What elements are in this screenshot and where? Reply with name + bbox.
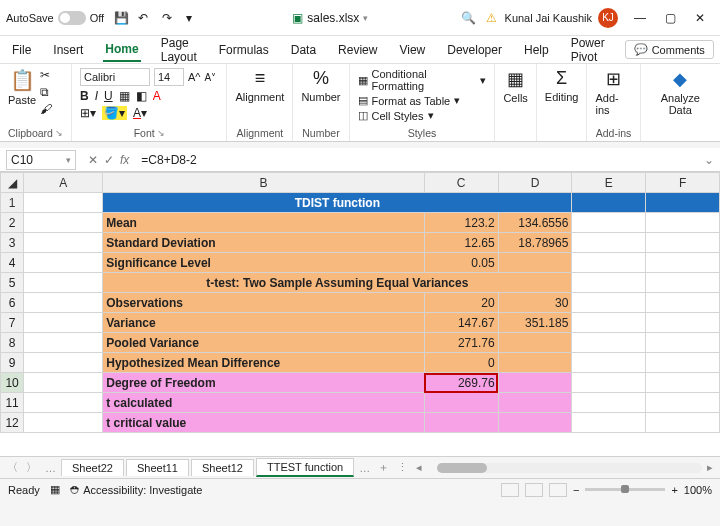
macro-record-icon[interactable]: ▦	[50, 483, 60, 496]
cell[interactable]: 0.05	[424, 253, 498, 273]
cell[interactable]: 18.78965	[498, 233, 572, 253]
scroll-right-icon[interactable]: ▸	[704, 461, 716, 474]
row-header[interactable]: 5	[1, 273, 24, 293]
analyze-data-button[interactable]: ◆ Analyze Data	[649, 68, 712, 116]
col-header-a[interactable]: A	[24, 173, 103, 193]
tab-developer[interactable]: Developer	[445, 39, 504, 61]
increase-font-icon[interactable]: A^	[188, 71, 201, 83]
zoom-slider[interactable]	[585, 488, 665, 491]
formula-input[interactable]: =C8+D8-2	[135, 153, 698, 167]
dialog-launcher-icon[interactable]: ↘	[55, 128, 63, 138]
cell[interactable]	[498, 413, 572, 433]
cell[interactable]: Variance	[103, 313, 425, 333]
cell[interactable]: TDIST function	[103, 193, 572, 213]
accessibility-status[interactable]: ⛑ Accessibility: Investigate	[70, 484, 203, 496]
row-header[interactable]: 4	[1, 253, 24, 273]
fill-dropdown-icon[interactable]: 🪣▾	[102, 106, 127, 120]
tab-view[interactable]: View	[397, 39, 427, 61]
addins-button[interactable]: ⊞ Add-ins	[595, 68, 631, 116]
sheet-tab[interactable]: Sheet11	[126, 459, 189, 476]
row-header[interactable]: 1	[1, 193, 24, 213]
row-header[interactable]: 7	[1, 313, 24, 333]
close-button[interactable]: ✕	[686, 4, 714, 32]
cell[interactable]: t calculated	[103, 393, 425, 413]
alignment-button[interactable]: ≡ Alignment	[235, 68, 284, 103]
spreadsheet-grid[interactable]: ◢ A B C D E F 1TDIST function 2Mean123.2…	[0, 172, 720, 456]
row-header[interactable]: 6	[1, 293, 24, 313]
font-color-icon[interactable]: A	[153, 89, 161, 103]
tab-file[interactable]: File	[10, 39, 33, 61]
row-header[interactable]: 9	[1, 353, 24, 373]
select-all[interactable]: ◢	[1, 173, 24, 193]
dialog-launcher-icon[interactable]: ↘	[157, 128, 165, 138]
sheet-nav-prev-icon[interactable]: 〈	[4, 460, 21, 475]
sheet-nav-next-icon[interactable]: 〉	[23, 460, 40, 475]
bold-button[interactable]: B	[80, 89, 89, 103]
row-header[interactable]: 2	[1, 213, 24, 233]
tab-home[interactable]: Home	[103, 38, 140, 62]
row-header[interactable]: 8	[1, 333, 24, 353]
zoom-out-icon[interactable]: −	[573, 484, 579, 496]
cell[interactable]: Significance Level	[103, 253, 425, 273]
qat-dropdown-icon[interactable]: ▾	[186, 11, 200, 25]
font-size-select[interactable]: 14	[154, 68, 184, 86]
cell[interactable]: 351.185	[498, 313, 572, 333]
col-header-d[interactable]: D	[498, 173, 572, 193]
row-header[interactable]: 11	[1, 393, 24, 413]
zoom-level[interactable]: 100%	[684, 484, 712, 496]
font-name-select[interactable]: Calibri	[80, 68, 150, 86]
minimize-button[interactable]: —	[626, 4, 654, 32]
col-header-b[interactable]: B	[103, 173, 425, 193]
redo-icon[interactable]: ↷	[162, 11, 176, 25]
enter-formula-icon[interactable]: ✓	[104, 153, 114, 167]
normal-view-icon[interactable]	[501, 483, 519, 497]
tab-help[interactable]: Help	[522, 39, 551, 61]
copy-icon[interactable]: ⧉	[40, 85, 52, 99]
col-header-f[interactable]: F	[646, 173, 720, 193]
cell[interactable]: 123.2	[424, 213, 498, 233]
cell[interactable]	[498, 393, 572, 413]
cell-styles-button[interactable]: ◫Cell Styles▾	[358, 109, 487, 122]
cell[interactable]: Standard Deviation	[103, 233, 425, 253]
editing-button[interactable]: Σ Editing	[545, 68, 579, 103]
cell[interactable]: 12.65	[424, 233, 498, 253]
search-icon[interactable]: 🔍	[461, 11, 476, 25]
scrollbar-thumb[interactable]	[437, 463, 487, 473]
tab-formulas[interactable]: Formulas	[217, 39, 271, 61]
italic-button[interactable]: I	[95, 89, 98, 103]
comments-button[interactable]: 💬 Comments	[625, 40, 714, 59]
fx-icon[interactable]: fx	[120, 153, 129, 167]
col-header-e[interactable]: E	[572, 173, 646, 193]
sheet-tab-active[interactable]: TTEST function	[256, 458, 354, 477]
conditional-formatting-button[interactable]: ▦Conditional Formatting▾	[358, 68, 487, 92]
cell[interactable]: 147.67	[424, 313, 498, 333]
sheet-nav-more-icon[interactable]: …	[42, 462, 59, 474]
row-header[interactable]: 10	[1, 373, 24, 393]
page-break-view-icon[interactable]	[549, 483, 567, 497]
cell[interactable]: Pooled Variance	[103, 333, 425, 353]
tab-review[interactable]: Review	[336, 39, 379, 61]
active-cell[interactable]: 269.76	[424, 373, 498, 393]
format-as-table-button[interactable]: ▤Format as Table▾	[358, 94, 487, 107]
warning-icon[interactable]: ⚠	[486, 11, 497, 25]
sheet-more-icon[interactable]: …	[356, 462, 373, 474]
autosave-toggle[interactable]: AutoSave Off	[6, 11, 104, 25]
page-layout-view-icon[interactable]	[525, 483, 543, 497]
font-color-dropdown-icon[interactable]: A▾	[133, 106, 147, 120]
zoom-in-icon[interactable]: +	[671, 484, 677, 496]
maximize-button[interactable]: ▢	[656, 4, 684, 32]
cell[interactable]	[498, 353, 572, 373]
fill-color-icon[interactable]: ◧	[136, 89, 147, 103]
chevron-down-icon[interactable]: ▾	[363, 13, 368, 23]
cell[interactable]: 271.76	[424, 333, 498, 353]
border-icon[interactable]: ▦	[119, 89, 130, 103]
paste-button[interactable]: 📋 Paste	[8, 68, 36, 106]
sheet-tab[interactable]: Sheet12	[191, 459, 254, 476]
name-box[interactable]: C10 ▾	[6, 150, 76, 170]
cancel-formula-icon[interactable]: ✕	[88, 153, 98, 167]
row-header[interactable]: 12	[1, 413, 24, 433]
decrease-font-icon[interactable]: A˅	[204, 72, 216, 83]
cell[interactable]	[498, 333, 572, 353]
row-header[interactable]: 3	[1, 233, 24, 253]
number-button[interactable]: % Number	[301, 68, 340, 103]
